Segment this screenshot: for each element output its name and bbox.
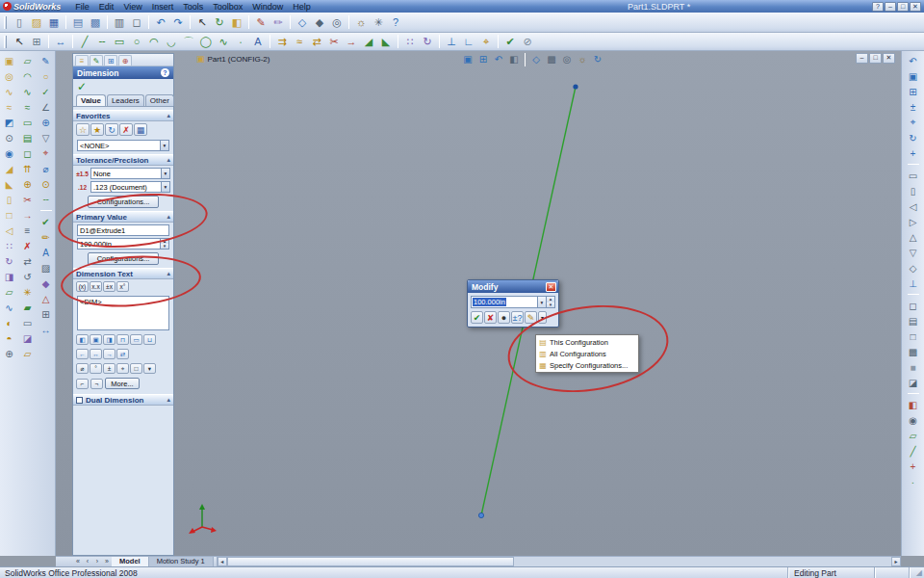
dimension-text-header[interactable]: Dimension Text ▴	[73, 268, 173, 279]
tab-value[interactable]: Value	[76, 94, 106, 106]
icon-no-external-references[interactable]: ⊘	[519, 34, 536, 50]
icon-plane[interactable]: ▱	[906, 428, 921, 443]
icon-reference-geometry[interactable]: ▱	[2, 284, 17, 300]
primary-value-header[interactable]: Primary Value ▴	[73, 211, 173, 223]
icon-display-relations[interactable]: ∟	[460, 34, 477, 50]
icon-scroll-tabs-end[interactable]: »	[102, 557, 112, 566]
icon-save-favorite[interactable]: ▦	[134, 123, 147, 136]
icon-display-style[interactable]: ▩	[544, 52, 559, 66]
scrollbar-thumb[interactable]	[227, 557, 514, 566]
icon-axis[interactable]: ╱	[906, 443, 921, 459]
icon-mirror-entities[interactable]: ⇄	[308, 34, 325, 50]
favorites-select[interactable]: <NONE> ▾	[77, 140, 169, 151]
icon-front-view[interactable]: ▭	[906, 168, 921, 183]
icon-shaded[interactable]: ■	[906, 359, 921, 375]
scrollbar-track[interactable]	[514, 557, 891, 566]
icon-mirror-feature[interactable]: ◨	[2, 269, 17, 284]
icon-update-favorite[interactable]: ↻	[105, 123, 118, 136]
value-combo-arrow-icon[interactable]: ▾	[538, 296, 547, 308]
icon-three-point-arc[interactable]: ⌒	[180, 34, 197, 50]
icon-bottom-justify[interactable]: ⊔	[143, 334, 156, 345]
spin-down-icon[interactable]: ▾	[161, 244, 168, 249]
icon-new[interactable]: ▯	[11, 14, 28, 31]
icon-more-symbols[interactable]: ▾	[143, 363, 156, 374]
icon-jog-leader[interactable]: ¬	[90, 379, 103, 389]
icon-angle-text[interactable]: x°	[116, 281, 129, 292]
icon-note[interactable]: ✎	[38, 53, 54, 68]
icon-format-painter[interactable]: ✏	[38, 229, 54, 245]
icon-swept-surface[interactable]: ∿	[20, 84, 36, 99]
icon-blocks[interactable]: ◆	[38, 276, 54, 291]
icon-revolved-surface[interactable]: ◠	[20, 68, 36, 84]
icon-grid-snap[interactable]: ⊞	[28, 34, 45, 50]
icon-shaded-with-edges[interactable]: ▩	[906, 344, 921, 359]
icon-centerline-annotation[interactable]: ╌	[38, 192, 54, 207]
icon-boundary-surface[interactable]: ▭	[20, 115, 36, 130]
icon-hole-wizard[interactable]: ⊙	[2, 130, 17, 145]
icon-weld-symbol[interactable]: ∠	[38, 99, 54, 115]
icon-centerpoint-arc[interactable]: ◠	[145, 34, 163, 50]
icon-select-tool[interactable]: ↖	[11, 34, 28, 50]
icon-undo[interactable]: ↶	[152, 14, 169, 31]
icon-flatten-surface[interactable]: ▱	[20, 346, 36, 361]
icon-square-symbol[interactable]: □	[130, 363, 142, 374]
icon-pan[interactable]: +	[906, 145, 921, 161]
configurations-flyout-button[interactable]: ▾	[538, 311, 547, 324]
icon-propertymanager-tab[interactable]: ✎	[90, 55, 103, 66]
icon-convert-entities[interactable]: ⇉	[273, 34, 291, 50]
icon-filled-surface[interactable]: ▤	[20, 130, 36, 145]
icon-spline[interactable]: ∿	[215, 34, 232, 50]
icon-hidden-lines-removed[interactable]: □	[906, 328, 921, 344]
menu-help[interactable]: Help	[288, 2, 316, 12]
primary-value-field[interactable]: 100.000in	[77, 238, 161, 250]
icon-spell-check[interactable]: ✔	[38, 214, 54, 229]
value-spinner[interactable]: ▴ ▾	[547, 296, 555, 308]
chevron-down-icon[interactable]: ▾	[161, 169, 169, 178]
icon-previous-view[interactable]: ↶	[491, 52, 506, 66]
icon-rotate-view[interactable]: ↻	[906, 130, 921, 145]
chevron-up-icon[interactable]: ▴	[167, 156, 170, 164]
window-button-minimize-document[interactable]: –	[856, 53, 868, 64]
icon-hole-callout[interactable]: ⌀	[38, 161, 54, 176]
graphics-area[interactable]: ▣ Part1 (CONFIG-2) ▣⊞↶◧◇▩◎☼↻ –□✕ Modify …	[56, 51, 901, 556]
icon-degree-symbol[interactable]: °	[90, 363, 102, 374]
icon-datum-feature[interactable]: ▽	[38, 130, 54, 145]
icon-extend-surface[interactable]: →	[20, 207, 36, 223]
icon-arrows-inside[interactable]: →	[103, 349, 116, 359]
menu-tools[interactable]: Tools	[178, 2, 208, 12]
more-button[interactable]: More...	[105, 378, 140, 389]
icon-center-justify[interactable]: ▣	[90, 334, 102, 345]
icon-save[interactable]: ▦	[45, 14, 63, 31]
window-button-restore-document[interactable]: □	[869, 53, 882, 64]
icon-point[interactable]: ∙	[232, 34, 249, 50]
icon-hidden-lines-visible[interactable]: ▤	[906, 313, 921, 328]
icon-zoom-fit[interactable]: ▣	[460, 52, 475, 66]
icon-top-view[interactable]: △	[906, 229, 921, 245]
icon-previous-view[interactable]: ↶	[906, 53, 921, 68]
icon-bottom-view[interactable]: ▽	[906, 245, 921, 260]
menu-edit[interactable]: Edit	[94, 2, 119, 12]
icon-centerline[interactable]: ╌	[93, 34, 111, 50]
icon-featuremanager-tab[interactable]: ≡	[75, 55, 89, 66]
icon-zoom-in-out[interactable]: ±	[906, 99, 921, 115]
icon-back-view[interactable]: ▯	[906, 183, 921, 198]
ok-check-icon[interactable]: ✓	[77, 80, 87, 93]
icon-plus-minus-symbol[interactable]: ±	[103, 363, 116, 374]
dimension-value-input[interactable]: 100.000in	[471, 296, 538, 308]
icon-smart-dimension[interactable]: ↔	[52, 34, 69, 50]
icon-view-orientation[interactable]: ◇	[294, 14, 311, 31]
icon-scroll-tabs-start[interactable]: «	[73, 557, 83, 566]
icon-top-justify[interactable]: ⊓	[116, 334, 129, 345]
icon-model-items[interactable]: ↔	[38, 322, 54, 337]
icon-section-view[interactable]: ◧	[906, 397, 921, 412]
icon-extruded-boss[interactable]: ▣	[2, 53, 17, 68]
icon-3d-sketch[interactable]: ✏	[270, 14, 287, 31]
dual-dimension-checkbox[interactable]	[76, 397, 83, 404]
icon-arrows-outside[interactable]: ←	[76, 349, 89, 359]
icon-reference-point[interactable]: ∙	[906, 474, 921, 489]
icon-arrows-smart[interactable]: ↔	[90, 349, 102, 359]
icon-fillet[interactable]: ◢	[2, 161, 17, 176]
icon-extend-entities[interactable]: →	[343, 34, 360, 50]
chevron-down-icon[interactable]: ▾	[160, 141, 168, 150]
icon-edit-color[interactable]: ◧	[228, 14, 245, 31]
